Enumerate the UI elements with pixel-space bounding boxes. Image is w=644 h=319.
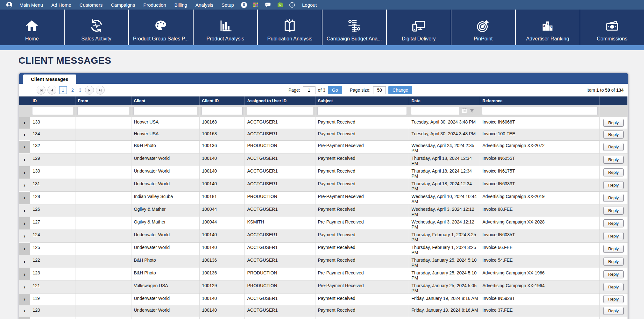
- row-expander[interactable]: ›: [19, 305, 30, 317]
- chat-icon[interactable]: [264, 2, 272, 8]
- cell-client-id: 100140: [199, 305, 244, 317]
- reply-button[interactable]: Reply: [603, 119, 623, 127]
- filter-date-input[interactable]: [411, 107, 459, 115]
- menu-item-analysis[interactable]: Analysis: [191, 2, 217, 8]
- reply-button[interactable]: Reply: [603, 295, 623, 303]
- cell-id: 117: [30, 317, 75, 319]
- ribbon-tile-home[interactable]: Home: [0, 10, 65, 45]
- row-expander[interactable]: ›: [19, 293, 30, 305]
- row-expander[interactable]: ›: [19, 129, 30, 140]
- cell-date: Thursday, January 25, 2024 5:05 PM: [409, 280, 480, 293]
- row-expander[interactable]: ›: [19, 191, 30, 204]
- menu-item-setup[interactable]: Setup: [217, 2, 238, 8]
- ribbon-tile-pinpoint[interactable]: PinPoint: [451, 10, 516, 45]
- chevron-right-icon: ›: [24, 157, 25, 163]
- ribbon-tile-product-analysis[interactable]: Product Analysis: [194, 10, 258, 45]
- svg-text:3: 3: [550, 25, 552, 29]
- cell-date: Tuesday, April 30, 2024 3:48 PM: [409, 129, 480, 140]
- page-link-2[interactable]: 2: [71, 88, 74, 93]
- go-button[interactable]: Go: [328, 86, 342, 94]
- filter-client-input[interactable]: [133, 107, 197, 115]
- row-expander[interactable]: ›: [19, 255, 30, 268]
- cell-date: Thursday, January 25, 2024 5:10 PM: [409, 255, 480, 268]
- menu-item-billing[interactable]: Billing: [170, 2, 191, 8]
- page-link-3[interactable]: 3: [79, 88, 81, 93]
- cell-client-id: 100136: [199, 255, 244, 268]
- filter-from-input[interactable]: [77, 107, 129, 115]
- row-expander[interactable]: ›: [19, 217, 30, 230]
- filter-assigned-input[interactable]: [247, 107, 313, 115]
- row-expander[interactable]: ›: [19, 140, 30, 153]
- tab-client-messages[interactable]: Client Messages: [23, 74, 76, 84]
- reply-button[interactable]: Reply: [603, 283, 623, 291]
- page-size-input[interactable]: [373, 86, 386, 94]
- next-page-button[interactable]: [85, 86, 94, 95]
- table-row: › 131 Underwater World 100140 ACCTGUSER1…: [19, 179, 627, 191]
- filter-client-id-input[interactable]: [202, 107, 243, 115]
- ribbon-tile-label: Product Group Sales P...: [133, 36, 189, 42]
- menu-item-customers[interactable]: Customers: [75, 2, 107, 8]
- apps-grid-icon[interactable]: [252, 2, 260, 8]
- reply-button[interactable]: Reply: [603, 258, 623, 266]
- change-button[interactable]: Change: [388, 86, 412, 94]
- row-expander[interactable]: ›: [19, 280, 30, 293]
- item-summary-text: Item: [586, 88, 595, 93]
- row-expander[interactable]: ›: [19, 153, 30, 166]
- reply-button[interactable]: Reply: [603, 232, 623, 240]
- reply-button[interactable]: Reply: [603, 181, 623, 189]
- row-expander[interactable]: ›: [19, 204, 30, 217]
- menu-item-production[interactable]: Production: [139, 2, 170, 8]
- table-row: › 117 Underwater World 100140 ACCTGUSER1…: [19, 317, 627, 319]
- filter-subject-input[interactable]: [317, 107, 407, 115]
- page-number-input[interactable]: [303, 86, 315, 94]
- cell-client: Underwater World: [131, 153, 199, 166]
- reply-button[interactable]: Reply: [603, 156, 623, 164]
- first-page-button[interactable]: [37, 86, 46, 95]
- reply-button[interactable]: Reply: [603, 219, 623, 227]
- svg-text:2: 2: [543, 24, 545, 27]
- row-expander[interactable]: ›: [19, 117, 30, 129]
- video-tv-icon[interactable]: [276, 2, 284, 8]
- page-current[interactable]: 1: [59, 86, 67, 94]
- notification-badge[interactable]: 8: [241, 2, 247, 8]
- cell-date: Wednesday, April 10, 2024 10:44 AM: [409, 191, 480, 204]
- last-page-button[interactable]: [96, 86, 105, 95]
- info-icon[interactable]: [288, 2, 296, 8]
- row-expander[interactable]: ›: [19, 166, 30, 179]
- row-expander[interactable]: ›: [19, 179, 30, 191]
- row-expander[interactable]: ›: [19, 230, 30, 242]
- cell-id: 129: [30, 153, 75, 166]
- reply-button[interactable]: Reply: [603, 207, 623, 215]
- user-icon[interactable]: [5, 2, 13, 8]
- prev-page-button[interactable]: [47, 86, 56, 95]
- filter-id-input[interactable]: [32, 107, 73, 115]
- ribbon-tile-commissions[interactable]: Commissions: [580, 10, 644, 45]
- menu-item-campaigns[interactable]: Campaigns: [107, 2, 139, 8]
- reply-button[interactable]: Reply: [603, 131, 623, 138]
- reply-button[interactable]: Reply: [603, 270, 623, 278]
- ribbon-tile-advertiser-ranking[interactable]: 213Advertiser Ranking: [516, 10, 580, 45]
- top-menu: Main MenuAd HomeCustomersCampaignsProduc…: [15, 2, 238, 8]
- calendar-icon[interactable]: [462, 108, 467, 114]
- row-expander[interactable]: ›: [19, 317, 30, 319]
- menu-item-ad-home[interactable]: Ad Home: [47, 2, 75, 8]
- cell-from: [75, 191, 131, 204]
- ribbon-tile-product-group-sales-p[interactable]: Product Group Sales P...: [129, 10, 194, 45]
- ribbon-tile-digital-delivery[interactable]: Digital Delivery: [387, 10, 451, 45]
- reply-button[interactable]: Reply: [603, 307, 623, 315]
- reply-button[interactable]: Reply: [603, 194, 623, 202]
- filter-reference-input[interactable]: [482, 107, 598, 115]
- reply-button[interactable]: Reply: [603, 168, 623, 176]
- cell-reference: Invoice IN6255T: [480, 153, 599, 166]
- filter-funnel-icon[interactable]: [470, 109, 474, 113]
- ribbon-tile-sales-activity[interactable]: Sales Activity: [65, 10, 129, 45]
- reply-button[interactable]: Reply: [603, 245, 623, 253]
- reply-button[interactable]: Reply: [603, 143, 623, 151]
- column-header-reference: Reference: [480, 96, 599, 105]
- ribbon-tile-campaign-budget-ana[interactable]: Campaign Budget Ana...: [322, 10, 387, 45]
- logout-button[interactable]: Logout: [302, 2, 317, 8]
- row-expander[interactable]: ›: [19, 242, 30, 255]
- menu-item-main-menu[interactable]: Main Menu: [15, 2, 47, 8]
- row-expander[interactable]: ›: [19, 268, 30, 280]
- ribbon-tile-publication-analysis[interactable]: Publication Analysis: [258, 10, 322, 45]
